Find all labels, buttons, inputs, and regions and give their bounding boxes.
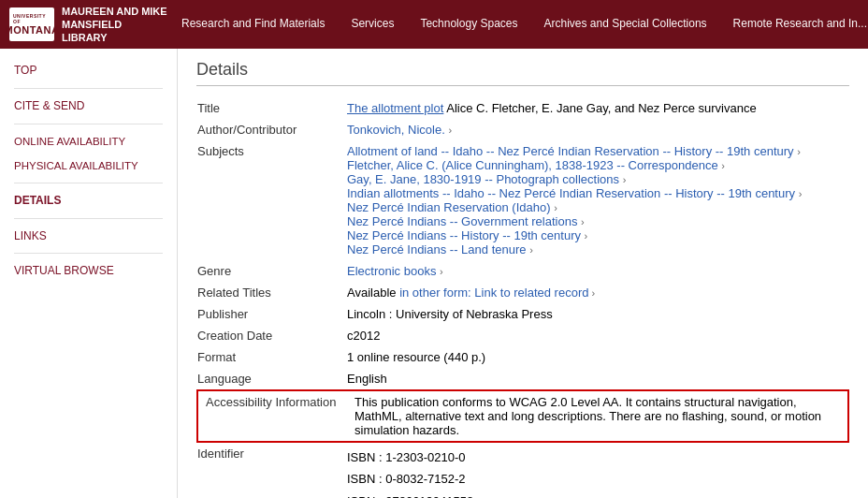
- sidebar-divider-1: [14, 88, 163, 89]
- row-language: Language English: [197, 368, 848, 390]
- value-accessibility: This publication conforms to WCAG 2.0 Le…: [347, 390, 848, 442]
- value-genre: Electronic books ›: [347, 260, 848, 282]
- label-creation-date: Creation Date: [197, 325, 347, 346]
- subject-link-7[interactable]: Nez Percé Indians -- History -- 19th cen…: [347, 228, 581, 242]
- sidebar-divider-5: [14, 253, 163, 254]
- nav-research[interactable]: Research and Find Materials: [168, 0, 338, 49]
- logo-montana-text: MONTANA: [5, 24, 60, 36]
- genre-link[interactable]: Electronic books: [347, 264, 436, 278]
- value-language: English: [347, 368, 848, 390]
- label-format: Format: [197, 346, 347, 368]
- logo-icon: UNIVERSITY OF MONTANA: [9, 7, 54, 41]
- sidebar-item-cite-send[interactable]: CITE & SEND: [0, 94, 177, 119]
- sidebar: TOP CITE & SEND ONLINE AVAILABILITY PHYS…: [0, 49, 178, 498]
- label-subjects: Subjects: [197, 140, 347, 260]
- label-related-titles: Related Titles: [197, 282, 347, 303]
- label-author: Author/Contributor: [197, 119, 347, 140]
- label-identifier: Identifier: [197, 442, 347, 498]
- title-rest: Alice C. Fletcher, E. Jane Gay, and Nez …: [446, 101, 756, 115]
- logo-univ-text: UNIVERSITY OF: [13, 13, 51, 24]
- details-heading: Details: [196, 60, 849, 86]
- row-accessibility: Accessibility Information This publicati…: [197, 390, 848, 442]
- author-arrow: ›: [448, 124, 452, 136]
- label-accessibility: Accessibility Information: [197, 390, 347, 442]
- identifier-1: ISBN : 1-2303-0210-0: [347, 447, 841, 468]
- sidebar-item-virtual-browse[interactable]: VIRTUAL BROWSE: [0, 258, 177, 284]
- subject-link-3[interactable]: Gay, E. Jane, 1830-1919 -- Photograph co…: [347, 172, 619, 186]
- row-format: Format 1 online resource (440 p.): [197, 346, 848, 368]
- related-titles-text: Available: [347, 286, 399, 300]
- subject-link-2[interactable]: Fletcher, Alice C. (Alice Cunningham), 1…: [347, 158, 718, 172]
- logo-area: UNIVERSITY OF MONTANA MAUREEN AND MIKEMA…: [9, 5, 168, 45]
- row-identifier: Identifier ISBN : 1-2303-0210-0 ISBN : 0…: [197, 442, 848, 498]
- value-title: The allotment plot Alice C. Fletcher, E.…: [347, 97, 848, 119]
- sidebar-divider-4: [14, 218, 163, 219]
- identifier-list: ISBN : 1-2303-0210-0 ISBN : 0-8032-7152-…: [347, 447, 841, 498]
- author-link[interactable]: Tonkovich, Nicole.: [347, 123, 445, 137]
- main-nav: Research and Find Materials Services Tec…: [168, 0, 868, 49]
- value-publisher: Lincoln : University of Nebraska Press: [347, 303, 848, 325]
- subject-link-6[interactable]: Nez Percé Indians -- Government relation…: [347, 214, 577, 228]
- row-creation-date: Creation Date c2012: [197, 325, 848, 346]
- subject-link-1[interactable]: Allotment of land -- Idaho -- Nez Percé …: [347, 144, 794, 158]
- value-identifier: ISBN : 1-2303-0210-0 ISBN : 0-8032-7152-…: [347, 442, 848, 498]
- row-publisher: Publisher Lincoln : University of Nebras…: [197, 303, 848, 325]
- sidebar-item-physical-availability[interactable]: PHYSICAL AVAILABILITY: [0, 154, 177, 178]
- nav-archives[interactable]: Archives and Special Collections: [531, 0, 720, 49]
- value-subjects: Allotment of land -- Idaho -- Nez Percé …: [347, 140, 848, 260]
- detail-table: Title The allotment plot Alice C. Fletch…: [196, 97, 849, 498]
- row-subjects: Subjects Allotment of land -- Idaho -- N…: [197, 140, 848, 260]
- subject-link-8[interactable]: Nez Percé Indians -- Land tenure: [347, 242, 527, 256]
- identifier-3: ISBN : 9786613941558: [347, 491, 841, 498]
- sidebar-divider-3: [14, 183, 163, 183]
- label-publisher: Publisher: [197, 303, 347, 325]
- row-genre: Genre Electronic books ›: [197, 260, 848, 282]
- value-related-titles: Available in other form: Link to related…: [347, 282, 848, 303]
- content-area: Details Title The allotment plot Alice C…: [178, 49, 868, 498]
- value-format: 1 online resource (440 p.): [347, 346, 848, 368]
- related-titles-link[interactable]: in other form: Link to related record: [399, 286, 588, 300]
- sidebar-item-details[interactable]: DETAILS: [0, 188, 177, 213]
- sidebar-item-online-availability[interactable]: ONLINE AVAILABILITY: [0, 129, 177, 154]
- main-layout: TOP CITE & SEND ONLINE AVAILABILITY PHYS…: [0, 49, 868, 498]
- value-author: Tonkovich, Nicole. ›: [347, 119, 848, 140]
- related-titles-arrow: ›: [588, 287, 595, 299]
- nav-technology[interactable]: Technology Spaces: [407, 0, 530, 49]
- label-language: Language: [197, 368, 347, 390]
- sidebar-item-links[interactable]: LINKS: [0, 224, 177, 249]
- label-genre: Genre: [197, 260, 347, 282]
- sidebar-item-top[interactable]: TOP: [0, 58, 177, 83]
- label-title: Title: [197, 97, 347, 119]
- sidebar-divider-2: [14, 124, 163, 124]
- subject-link-5[interactable]: Nez Percé Indian Reservation (Idaho): [347, 200, 551, 214]
- row-author: Author/Contributor Tonkovich, Nicole. ›: [197, 119, 848, 140]
- header: UNIVERSITY OF MONTANA MAUREEN AND MIKEMA…: [0, 0, 868, 49]
- library-name: MAUREEN AND MIKEMANSFIELD LIBRARY: [62, 5, 168, 45]
- row-title: Title The allotment plot Alice C. Fletch…: [197, 97, 848, 119]
- subject-link-4[interactable]: Indian allotments -- Idaho -- Nez Percé …: [347, 186, 795, 200]
- row-related-titles: Related Titles Available in other form: …: [197, 282, 848, 303]
- nav-services[interactable]: Services: [338, 0, 407, 49]
- identifier-2: ISBN : 0-8032-7152-2: [347, 468, 841, 490]
- value-creation-date: c2012: [347, 325, 848, 346]
- title-link-allotment[interactable]: The allotment plot: [347, 101, 443, 115]
- nav-remote[interactable]: Remote Research and In...: [720, 0, 868, 49]
